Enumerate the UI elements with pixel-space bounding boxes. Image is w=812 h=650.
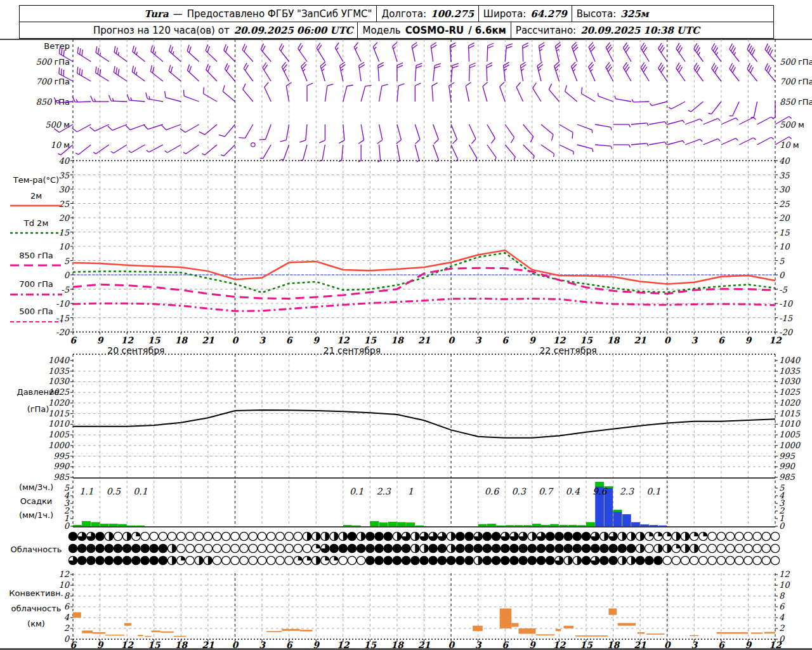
snow-bar: [631, 522, 639, 526]
svg-text:Ветер: Ветер: [44, 41, 70, 51]
svg-text:0.7: 0.7: [539, 486, 554, 496]
cloud-symbol: [122, 544, 131, 552]
cloud-symbol: [240, 532, 248, 540]
cloud-symbol: [177, 544, 185, 552]
svg-text:25: 25: [58, 199, 69, 209]
cloud-symbol: [483, 532, 491, 540]
svg-text:Облачность: Облачность: [10, 545, 62, 554]
cloud-symbol: [132, 556, 140, 564]
cloud-symbol: [294, 544, 302, 552]
svg-text:12: 12: [58, 569, 69, 579]
cloud-symbol: [582, 532, 590, 540]
cloud-symbol: [555, 544, 563, 552]
cloud-symbol: [231, 556, 239, 564]
cloud-symbol: [753, 532, 761, 540]
svg-text:1035: 1035: [48, 366, 70, 376]
cloud-symbol: [159, 544, 167, 552]
svg-text:12: 12: [553, 335, 566, 345]
svg-text:0.1: 0.1: [350, 486, 363, 496]
cloud-symbol: [762, 556, 770, 564]
svg-text:-15: -15: [779, 314, 793, 323]
cloud-symbol: [366, 556, 374, 564]
rain-bar: [100, 524, 108, 526]
svg-text:20: 20: [779, 213, 790, 223]
cloud-symbol: [528, 544, 536, 552]
cloud-symbol: [690, 556, 698, 564]
rain-bar: [586, 522, 594, 526]
convective-cloud-bar: [717, 632, 749, 634]
convective-cloud-bar: [151, 630, 160, 632]
cloud-symbol: [258, 544, 266, 552]
cloud-symbol: [402, 556, 410, 564]
cloud-symbol: [294, 532, 302, 540]
svg-text:700 гПа: 700 гПа: [780, 77, 812, 86]
cloud-symbol: [375, 544, 383, 552]
cloud-symbol: [285, 544, 293, 552]
cloud-symbol: [87, 544, 95, 552]
cloud-symbol: [222, 544, 230, 552]
svg-text:18: 18: [175, 335, 188, 345]
svg-text:(мм/1ч.): (мм/1ч.): [19, 510, 53, 520]
cloud-symbol: [546, 544, 554, 552]
svg-text:1025: 1025: [779, 387, 801, 397]
cloud-symbol: [150, 532, 158, 540]
convective-cloud-bar: [556, 629, 561, 631]
rain-bar: [613, 510, 622, 512]
snow-bar: [650, 526, 658, 526]
cloud-symbol: [771, 556, 779, 564]
convective-cloud-bar: [690, 635, 698, 637]
rain-bar: [514, 526, 523, 526]
convective-cloud-bar: [500, 609, 511, 628]
convective-cloud-bar: [646, 633, 664, 635]
svg-text:990: 990: [779, 461, 796, 471]
cloud-symbol: [276, 532, 284, 540]
cloud-symbol: [438, 544, 446, 552]
cloud-symbol: [519, 544, 527, 552]
svg-text:облачность: облачность: [11, 604, 62, 613]
svg-text:12: 12: [337, 335, 350, 345]
svg-text:2.3: 2.3: [620, 486, 634, 496]
convective-cloud-bar: [575, 635, 608, 637]
svg-text:1005: 1005: [779, 430, 801, 439]
svg-text:-5: -5: [61, 285, 69, 295]
cloud-symbol: [438, 556, 446, 564]
convective-cloud-bar: [519, 628, 536, 634]
cloud-symbol: [708, 544, 716, 552]
svg-text:-10: -10: [56, 299, 70, 308]
cloud-symbol: [249, 544, 257, 552]
snow-bar: [622, 514, 631, 526]
snow-bar: [658, 526, 667, 526]
cloud-symbol: [474, 544, 482, 552]
cloud-symbol: [105, 556, 113, 564]
svg-text:6: 6: [502, 335, 509, 345]
cloud-symbol: [708, 556, 716, 564]
convective-cloud-bar: [124, 623, 131, 626]
cloud-symbol: [366, 532, 374, 540]
svg-text:18: 18: [391, 335, 404, 345]
rain-bar: [497, 526, 505, 526]
cloud-symbol: [69, 544, 77, 552]
cloud-symbol: [384, 556, 392, 564]
convective-cloud-bar: [764, 632, 775, 634]
cloud-symbol: [393, 556, 401, 564]
rain-bar: [523, 526, 532, 526]
cloud-symbol: [267, 544, 275, 552]
svg-text:1020: 1020: [779, 398, 801, 408]
cloud-symbol: [141, 532, 149, 540]
cloud-symbol: [357, 556, 365, 564]
rain-bar: [577, 526, 586, 526]
cloud-symbol: [258, 556, 266, 564]
svg-text:1030: 1030: [48, 376, 70, 386]
cloud-symbol: [267, 532, 275, 540]
cloud-symbol: [663, 556, 671, 564]
svg-text:8: 8: [779, 591, 785, 600]
svg-text:(км): (км): [27, 619, 45, 628]
cloud-symbol: [429, 556, 437, 564]
svg-text:21: 21: [418, 335, 431, 345]
rain-bar: [343, 526, 351, 526]
svg-text:1: 1: [408, 486, 414, 496]
rain-bar: [379, 523, 388, 526]
cloud-symbol: [231, 532, 239, 540]
svg-text:2м: 2м: [30, 191, 42, 201]
svg-text:1.1: 1.1: [79, 486, 93, 496]
